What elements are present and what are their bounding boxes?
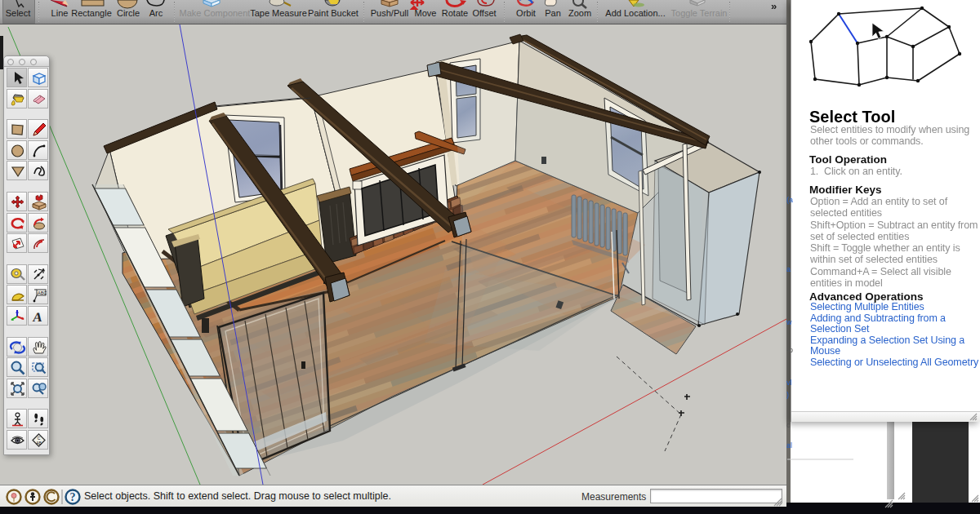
svg-text:A: A <box>32 310 43 324</box>
svg-text:AB: AB <box>36 441 42 445</box>
svg-text:?: ? <box>70 491 76 503</box>
svg-text:ABC: ABC <box>38 290 47 295</box>
